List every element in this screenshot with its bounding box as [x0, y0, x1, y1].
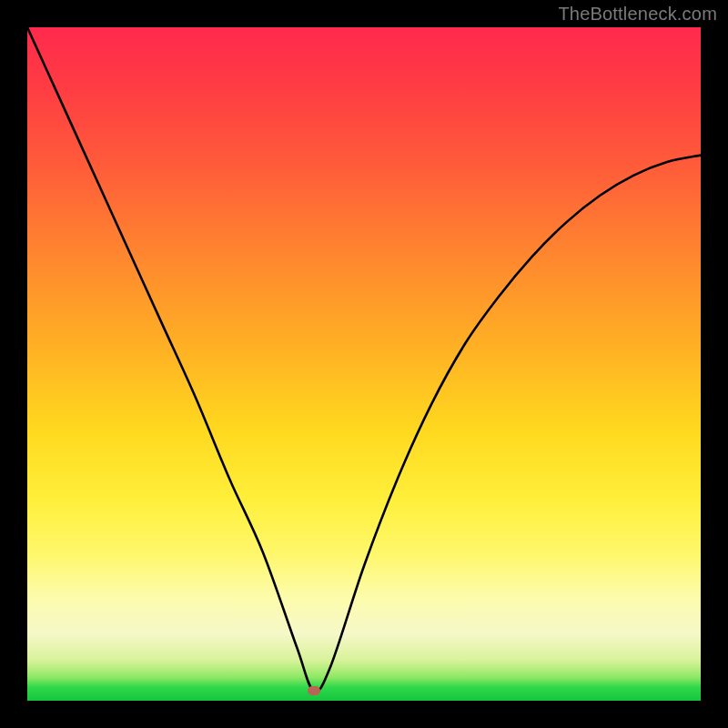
- minimum-marker: [308, 686, 320, 695]
- plot-area: [27, 27, 701, 701]
- chart-frame: TheBottleneck.com: [0, 0, 728, 728]
- bottleneck-curve: [27, 27, 701, 701]
- watermark-text: TheBottleneck.com: [558, 4, 717, 25]
